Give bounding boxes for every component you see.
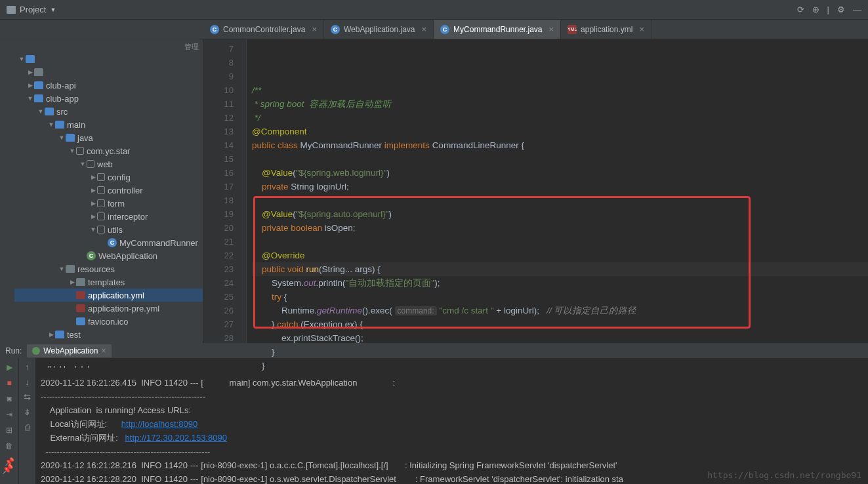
tree-item-controller[interactable]: ▶controller	[14, 184, 203, 197]
code-line[interactable]: @Component	[252, 125, 868, 138]
tree-item-root[interactable]: ▶	[14, 66, 203, 79]
pin-handle[interactable]: 📌	[0, 464, 14, 474]
twisty-icon[interactable]: ▼	[58, 134, 66, 141]
layout-icon[interactable]: ⊞	[4, 425, 14, 435]
twisty-icon[interactable]: ▶	[26, 69, 34, 75]
code-body[interactable]: /** * spring boot 容器加载后自动监听 */@Component…	[247, 39, 868, 343]
tab-application-yml[interactable]: YMLapplication.yml×	[561, 20, 651, 39]
twisty-icon[interactable]: ▼	[79, 161, 87, 167]
tree-item-web[interactable]: ▼web	[14, 157, 203, 171]
twisty-icon[interactable]: ▼	[89, 226, 97, 233]
tree-item-templates[interactable]: ▶templates	[14, 275, 203, 289]
tree-item-main[interactable]: ▼main	[14, 118, 203, 131]
tree-item-club-app[interactable]: ▼club-app	[14, 92, 203, 105]
stop-icon[interactable]: ■	[4, 378, 14, 388]
twisty-icon[interactable]: ▶	[89, 174, 97, 180]
code-line[interactable]: try {	[252, 290, 868, 304]
close-icon[interactable]: ×	[639, 24, 644, 34]
twisty-icon[interactable]: ▶	[89, 213, 97, 220]
collapse-icon[interactable]: —	[853, 5, 861, 14]
fold-gutter[interactable]	[238, 39, 247, 343]
tree-item-mycommandrunner[interactable]: CMyCommandRunner	[14, 236, 203, 249]
code-line[interactable]	[252, 373, 868, 386]
tab-label: CommonController.java	[223, 25, 305, 34]
ico-icon	[76, 317, 85, 325]
java-file-icon: C	[210, 25, 219, 34]
code-line[interactable]: }	[252, 359, 868, 373]
code-line[interactable]: public class MyCommandRunner implements …	[252, 138, 868, 152]
twisty-icon[interactable]: ▼	[58, 266, 66, 272]
code-line[interactable]	[252, 193, 868, 207]
close-icon[interactable]: ×	[312, 24, 317, 34]
project-tree[interactable]: 管理 ▼▶▶club-api▼club-app▼src▼main▼java▼co…	[14, 39, 203, 343]
code-line[interactable]: @Value("${spring.auto.openurl}")	[252, 207, 868, 221]
tree-item-webapplication[interactable]: CWebApplication	[14, 249, 203, 262]
close-icon[interactable]: ×	[422, 24, 427, 34]
up-icon[interactable]: ↑	[25, 362, 30, 372]
code-line[interactable]: */	[252, 111, 868, 125]
project-dropdown[interactable]: Project ▼	[0, 5, 62, 14]
twisty-icon[interactable]: ▼	[26, 95, 34, 102]
tree-item-interceptor[interactable]: ▶interceptor	[14, 210, 203, 223]
close-icon[interactable]: ×	[549, 24, 554, 34]
twisty-icon[interactable]: ▼	[18, 56, 26, 62]
tree-item-resources[interactable]: ▼resources	[14, 262, 203, 275]
twisty-icon[interactable]: ▶	[26, 82, 34, 89]
tree-item-target[interactable]: ▶target	[14, 341, 203, 343]
tree-label: java	[77, 133, 93, 143]
code-line[interactable]: } catch (Exception ex) {	[252, 317, 868, 331]
tree-item-test[interactable]: ▶test	[14, 328, 203, 341]
tree-item-root[interactable]: ▼	[14, 52, 203, 66]
rerun-icon[interactable]: ▶	[4, 362, 14, 373]
down-icon[interactable]: ↓	[25, 377, 30, 387]
twisty-icon[interactable]: ▶	[89, 200, 97, 207]
tree-item-utils[interactable]: ▼utils	[14, 223, 203, 236]
twisty-icon[interactable]: ▶	[47, 331, 55, 338]
console-line: Local访问网址: http://localhost:8090	[41, 417, 863, 431]
tree-item-config[interactable]: ▶config	[14, 171, 203, 184]
tree-item-application-pre-yml[interactable]: application-pre.yml	[14, 302, 203, 315]
run-tab[interactable]: WebApplication ×	[27, 344, 111, 357]
tab-mycommandrunner-java[interactable]: CMyCommandRunner.java×	[434, 20, 561, 39]
tree-item-form[interactable]: ▶form	[14, 197, 203, 210]
code-line[interactable]: @Override	[252, 249, 868, 262]
tab-webapplication-java[interactable]: CWebApplication.java×	[324, 20, 434, 39]
tree-label: application.yml	[88, 291, 144, 300]
twisty-icon[interactable]: ▶	[89, 187, 97, 193]
tree-item-application-yml[interactable]: application.yml	[14, 289, 203, 302]
print-icon[interactable]: ⎙	[25, 422, 30, 432]
code-line[interactable]: System.out.println("自动加载指定的页面");	[252, 276, 868, 290]
wrap-icon[interactable]: ⇆	[24, 392, 31, 402]
gear-icon[interactable]: ⚙	[837, 5, 845, 14]
code-line[interactable]: * spring boot 容器加载后自动监听	[252, 97, 868, 111]
exit-icon[interactable]: ⇥	[4, 409, 14, 420]
tree-item-src[interactable]: ▼src	[14, 105, 203, 118]
code-line[interactable]: /**	[252, 83, 868, 97]
twisty-icon[interactable]: ▼	[37, 108, 45, 115]
tree-item-java[interactable]: ▼java	[14, 131, 203, 144]
code-line[interactable]: private String loginUrl;	[252, 180, 868, 193]
tree-item-club-api[interactable]: ▶club-api	[14, 79, 203, 92]
code-line[interactable]: private boolean isOpen;	[252, 221, 868, 235]
code-line[interactable]: @Value("${spring.web.loginurl}")	[252, 166, 868, 180]
code-line[interactable]	[252, 235, 868, 249]
code-line[interactable]: Runtime.getRuntime().exec( command: "cmd…	[252, 304, 868, 317]
tree-item-com-yc-star[interactable]: ▼com.yc.star	[14, 144, 203, 157]
twisty-icon[interactable]: ▶	[68, 279, 76, 285]
code-editor[interactable]: 7891011121314151617181920212223242526272…	[203, 39, 868, 343]
trash-icon[interactable]: 🗑	[4, 441, 14, 451]
sync-icon[interactable]: ⟳	[797, 5, 804, 14]
code-line[interactable]	[252, 152, 868, 166]
locate-icon[interactable]: ⊕	[812, 5, 819, 14]
tab-commoncontroller-java[interactable]: CCommonController.java×	[203, 20, 324, 39]
code-line[interactable]: public void run(String... args) {	[252, 262, 868, 276]
camera-icon[interactable]: ◙	[4, 393, 14, 404]
twisty-icon[interactable]: ▼	[47, 121, 55, 128]
tree-item-favicon-ico[interactable]: favicon.ico	[14, 315, 203, 328]
close-icon[interactable]: ×	[102, 346, 106, 355]
code-line[interactable]: ex.printStackTrace();	[252, 331, 868, 345]
folder-blue-icon	[66, 134, 75, 142]
scroll-icon[interactable]: ⇟	[24, 407, 31, 417]
twisty-icon[interactable]: ▼	[68, 148, 76, 154]
code-line[interactable]: }	[252, 345, 868, 359]
